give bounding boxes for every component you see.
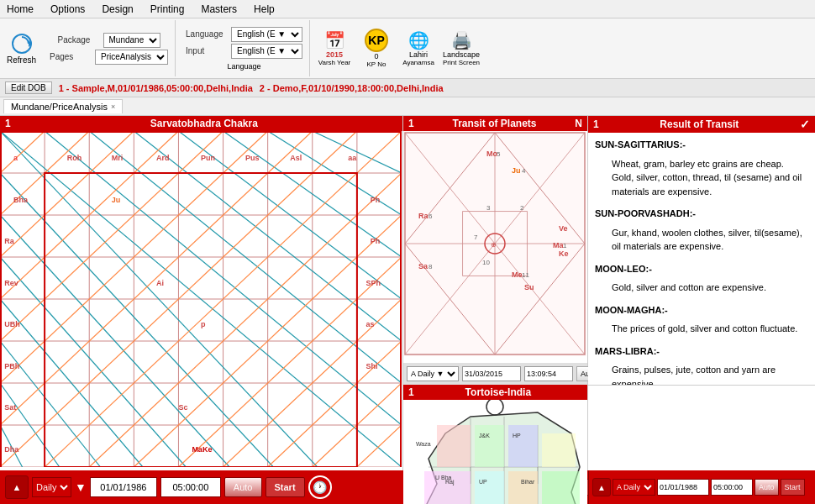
menu-options[interactable]: Options [47, 3, 88, 16]
refresh-button[interactable]: Refresh [3, 29, 39, 68]
menu-home[interactable]: Home [3, 3, 37, 16]
result-num: 1 [593, 118, 599, 130]
result-panel: 1 Result of Transit ✓ SUN-SAGITTARIUS:-W… [588, 116, 815, 385]
language-section-label: Language [227, 62, 260, 71]
sarvatobhadra-num: 1 [5, 118, 11, 129]
package-section: Package Mundane Pages PriceAnalysis [46, 20, 176, 76]
top-right: 1 Transit of Planets N A Daily ▼ Auto St… [403, 116, 815, 385]
kp-badge: KP [365, 29, 388, 52]
result-check-icon: ✓ [800, 118, 810, 131]
tortoise-title: Tortoise-India [465, 386, 531, 398]
pages-label: Pages [50, 52, 92, 61]
landscape-label: Landscape [443, 50, 480, 59]
menu-masters[interactable]: Masters [197, 3, 240, 16]
left-date-input[interactable] [90, 477, 157, 497]
entry1-text: 1 - Sample,M,01/01/1986,05:00:00,Delhi,I… [59, 83, 253, 93]
tab-label: Mundane/PriceAnalysis [11, 102, 108, 112]
kp-icon-btn[interactable]: KP 0 KP No [359, 29, 394, 68]
entry2-text: 2 - Demo,F,01/10/1990,18:00:00,Delhi,Ind… [260, 83, 444, 93]
main-content: 1 Sarvatobhadra Chakra 1 Transit of Plan… [0, 116, 815, 470]
result-bottom-date[interactable] [657, 479, 709, 496]
result-text-area: SUN-SAGITTARIUS:-Wheat, gram, barley etc… [588, 133, 815, 385]
left-bottom-bar: ▲ Daily ▼ Auto Start 🕐 [0, 470, 403, 504]
result-bottom-auto[interactable]: Auto [755, 479, 779, 496]
transit-header: 1 Transit of Planets N [403, 116, 587, 131]
calendar-icon-btn[interactable]: 📅 2015 Varsh Year [317, 30, 352, 66]
globe-icon: 🌐 [408, 30, 429, 50]
result-bottom-start[interactable]: Start [781, 479, 805, 496]
sarvatobhadra-title: Sarvatobhadra Chakra [150, 118, 258, 129]
sarvatobhadra-panel: 1 Sarvatobhadra Chakra [0, 116, 403, 470]
transit-chart-area [403, 131, 587, 363]
transit-mode-select[interactable]: A Daily ▼ [407, 366, 459, 381]
tab-close-button[interactable]: × [111, 102, 115, 111]
tortoise-canvas [403, 400, 586, 504]
menu-printing[interactable]: Printing [147, 3, 188, 16]
result-bottom-bar: ▲ A Daily Auto Start [588, 470, 815, 504]
calendar-icon: 📅 [324, 30, 345, 50]
nav-up-button[interactable]: ▲ [5, 475, 29, 499]
language-select[interactable]: English (E ▼ [231, 27, 302, 42]
pages-select[interactable]: PriceAnalysis [95, 50, 168, 65]
result-bottom-time[interactable] [711, 479, 753, 496]
kp-label: KP No [367, 60, 386, 68]
transit-canvas [403, 131, 586, 356]
lahiri-label: Lahiri [409, 50, 428, 59]
toolbar: Refresh Package Mundane Pages PriceAnaly… [0, 18, 815, 79]
kp-value: 0 [375, 52, 379, 60]
refresh-label: Refresh [7, 55, 36, 65]
transit-panel: 1 Transit of Planets N A Daily ▼ Auto St… [403, 116, 588, 385]
tortoise-area [403, 400, 587, 504]
tortoise-num: 1 [408, 386, 414, 398]
input-select[interactable]: English (E ▼ [231, 44, 302, 59]
left-auto-button[interactable]: Auto [224, 477, 262, 497]
dropdown-arrow-icon[interactable]: ▼ [75, 480, 87, 494]
result-bottom-select[interactable]: A Daily [613, 479, 655, 496]
transit-controls: A Daily ▼ Auto Start 🕐 [403, 363, 587, 385]
year-value: 2015 [326, 50, 343, 59]
result-nav-button[interactable]: ▲ [592, 478, 611, 496]
result-header: 1 Result of Transit ✓ [588, 116, 815, 133]
lahiri-btn[interactable]: 🌐 Lahiri Ayanamsa [401, 30, 436, 66]
language-section: Language English (E ▼ Input English (E ▼… [182, 20, 310, 76]
input-label: Input [186, 46, 228, 55]
tab-mundane-price[interactable]: Mundane/PriceAnalysis × [3, 99, 123, 113]
transit-date-input[interactable] [462, 366, 521, 381]
transit-title: Transit of Planets [452, 118, 536, 129]
editbar: Edit DOB 1 - Sample,M,01/01/1986,05:00:0… [0, 79, 815, 97]
language-label: Language [186, 29, 228, 39]
left-start-button[interactable]: Start [266, 477, 305, 497]
menubar: Home Options Design Printing Masters Hel… [0, 0, 815, 18]
result-title: Result of Transit [660, 118, 739, 130]
left-time-input[interactable] [160, 477, 221, 497]
tortoise-header: 1 Tortoise-India [403, 385, 587, 400]
edit-dob-button[interactable]: Edit DOB [5, 81, 52, 94]
ayanamsa-label: Ayanamsa [402, 59, 434, 66]
transit-n-label: N [575, 118, 582, 129]
transit-time-input[interactable] [524, 366, 573, 381]
chakra-canvas [0, 131, 402, 467]
right-panels: 1 Transit of Planets N A Daily ▼ Auto St… [403, 116, 815, 470]
tortoise-panel: 1 Tortoise-India [403, 385, 588, 504]
year-label: Varsh Year [318, 59, 351, 66]
tabbar: Mundane/PriceAnalysis × [0, 97, 815, 116]
left-clock-icon[interactable]: 🕐 [308, 475, 332, 499]
sarvatobhadra-header: 1 Sarvatobhadra Chakra [0, 116, 402, 131]
menu-help[interactable]: Help [250, 3, 278, 16]
print-screen-label: Print Screen [443, 59, 480, 66]
left-mode-select[interactable]: Daily [32, 477, 71, 497]
transit-num: 1 [408, 118, 414, 129]
print-icon: 🖨️ [451, 30, 472, 50]
landscape-btn[interactable]: 🖨️ Landscape Print Screen [443, 30, 480, 66]
menu-design[interactable]: Design [98, 3, 136, 16]
package-select[interactable]: Mundane [103, 33, 160, 48]
chakra-area [0, 131, 402, 467]
package-label: Package [58, 35, 100, 45]
